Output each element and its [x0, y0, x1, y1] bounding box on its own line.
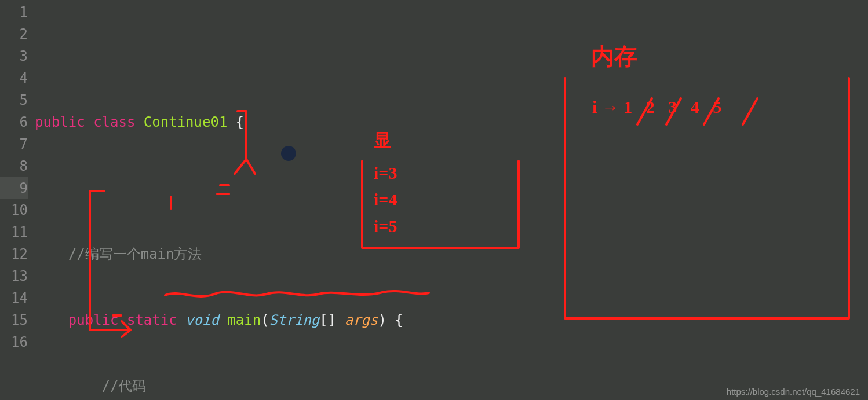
line-number: 12	[0, 243, 28, 265]
line-number: 16	[0, 331, 28, 353]
annotation-output-line: i=3	[374, 163, 397, 183]
breakpoint-marker	[281, 146, 296, 161]
line-number: 8	[0, 155, 28, 177]
code-line: //编写一个main方法	[35, 243, 868, 265]
code-line: public class Continue01 {	[35, 111, 868, 133]
code-line	[35, 177, 868, 199]
line-number: 15	[0, 309, 28, 331]
code-editor[interactable]: 1 2 3 4 5 6 7 8 9 10 11 12 13 14 15 16 p…	[0, 0, 868, 400]
code-content[interactable]: public class Continue01 { //编写一个main方法 p…	[35, 0, 868, 400]
annotation-output-title: 显	[374, 129, 391, 152]
line-gutter: 1 2 3 4 5 6 7 8 9 10 11 12 13 14 15 16	[0, 0, 35, 400]
line-number: 2	[0, 23, 28, 45]
line-number: 4	[0, 67, 28, 89]
annotation-memory-values: i→1 2 3 4 5	[592, 97, 726, 117]
code-line	[35, 45, 868, 67]
line-number: 3	[0, 45, 28, 67]
annotation-output-line: i=5	[374, 216, 397, 236]
line-number: 5	[0, 89, 28, 111]
watermark: https://blog.csdn.net/qq_41684621	[727, 387, 860, 397]
line-number: 7	[0, 133, 28, 155]
line-number: 13	[0, 265, 28, 287]
line-number: 6	[0, 111, 28, 133]
line-number: 1	[0, 1, 28, 23]
annotation-memory-title: 内存	[591, 41, 637, 72]
line-number: 14	[0, 287, 28, 309]
code-line: public static void main(String[] args) {	[35, 309, 868, 331]
annotation-output-line: i=4	[374, 190, 397, 210]
line-number: 10	[0, 199, 28, 221]
line-number: 9	[0, 177, 28, 199]
line-number: 11	[0, 221, 28, 243]
